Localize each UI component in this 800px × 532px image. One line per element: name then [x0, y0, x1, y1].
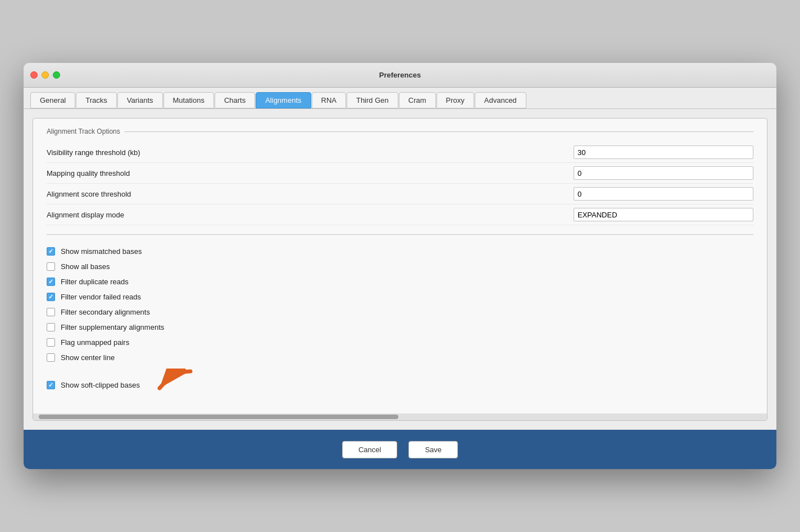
checkbox-8[interactable] [47, 381, 55, 389]
fields-container: Visibility range threshold (kb)Mapping q… [47, 142, 753, 225]
checkbox-row-7: Show center line [47, 350, 753, 365]
scrollbar-thumb [39, 415, 398, 419]
tab-alignments[interactable]: Alignments [256, 92, 311, 108]
field-input-3[interactable] [574, 208, 753, 221]
checkbox-6[interactable] [47, 338, 55, 347]
checkbox-label-1: Show all bases [61, 262, 110, 271]
checkbox-4[interactable] [47, 308, 55, 316]
checkbox-label-6: Flag unmapped pairs [61, 338, 129, 347]
checkbox-row-3: Filter vendor failed reads [47, 289, 753, 304]
tab-mutations[interactable]: Mutations [163, 92, 214, 108]
field-row-1: Mapping quality threshold [47, 163, 753, 184]
annotation-arrow [151, 369, 196, 401]
tab-tracks[interactable]: Tracks [76, 92, 117, 108]
content-area: Alignment Track Options Visibility range… [24, 109, 776, 430]
tab-cram[interactable]: Cram [399, 92, 436, 108]
checkbox-label-4: Filter secondary alignments [61, 308, 150, 316]
close-button[interactable] [30, 71, 38, 79]
tab-charts[interactable]: Charts [215, 92, 255, 108]
window-title: Preferences [379, 71, 421, 79]
checkbox-label-8: Show soft-clipped bases [61, 381, 140, 389]
checkbox-7[interactable] [47, 353, 55, 362]
tab-rna[interactable]: RNA [312, 92, 346, 108]
save-button[interactable]: Save [408, 441, 458, 458]
tab-proxy[interactable]: Proxy [437, 92, 474, 108]
field-input-1[interactable] [574, 166, 753, 180]
field-row-2: Alignment score threshold [47, 184, 753, 204]
checkbox-label-5: Filter supplementary alignments [61, 323, 164, 331]
panel-scroll[interactable]: Alignment Track Options Visibility range… [33, 119, 767, 413]
checkbox-label-3: Filter vendor failed reads [61, 293, 141, 301]
divider [47, 234, 753, 235]
field-row-0: Visibility range threshold (kb) [47, 142, 753, 163]
checkbox-2[interactable] [47, 278, 55, 286]
field-label-3: Alignment display mode [47, 211, 574, 219]
minimize-button[interactable] [42, 71, 49, 79]
field-label-1: Mapping quality threshold [47, 169, 574, 178]
checkbox-5[interactable] [47, 323, 55, 331]
traffic-lights [30, 71, 60, 79]
checkbox-row-5: Filter supplementary alignments [47, 320, 753, 335]
checkbox-1[interactable] [47, 262, 55, 271]
field-row-3: Alignment display mode [47, 204, 753, 225]
tab-variants[interactable]: Variants [117, 92, 163, 108]
checkbox-row-2: Filter duplicate reads [47, 274, 753, 289]
checkbox-0[interactable] [47, 247, 55, 256]
tab-general[interactable]: General [30, 92, 75, 108]
checkbox-row-0: Show mismatched bases [47, 244, 753, 259]
checkbox-3[interactable] [47, 293, 55, 301]
tab-bar: GeneralTracksVariantsMutationsChartsAlig… [24, 88, 776, 109]
checkbox-label-7: Show center line [61, 353, 115, 362]
field-input-2[interactable] [574, 187, 753, 201]
preferences-window: Preferences GeneralTracksVariantsMutatio… [24, 63, 776, 469]
checkbox-row-8: Show soft-clipped bases [47, 365, 753, 404]
checkbox-row-1: Show all bases [47, 259, 753, 274]
horizontal-scrollbar[interactable] [33, 413, 767, 420]
checkbox-row-6: Flag unmapped pairs [47, 335, 753, 350]
orange-arrow-icon [151, 369, 196, 399]
field-input-0[interactable] [574, 145, 753, 159]
main-panel: Alignment Track Options Visibility range… [33, 118, 767, 421]
field-label-2: Alignment score threshold [47, 190, 574, 198]
maximize-button[interactable] [53, 71, 60, 79]
checkbox-label-0: Show mismatched bases [61, 247, 142, 256]
checkboxes-container: Show mismatched basesShow all basesFilte… [47, 244, 753, 404]
tab-thirdgen[interactable]: Third Gen [347, 92, 398, 108]
field-label-0: Visibility range threshold (kb) [47, 148, 574, 157]
checkbox-row-4: Filter secondary alignments [47, 304, 753, 320]
cancel-button[interactable]: Cancel [342, 441, 397, 458]
tab-advanced[interactable]: Advanced [475, 92, 526, 108]
footer: Cancel Save [24, 430, 776, 469]
checkbox-label-2: Filter duplicate reads [61, 278, 129, 286]
titlebar: Preferences [24, 63, 776, 88]
section-title: Alignment Track Options [47, 128, 753, 135]
